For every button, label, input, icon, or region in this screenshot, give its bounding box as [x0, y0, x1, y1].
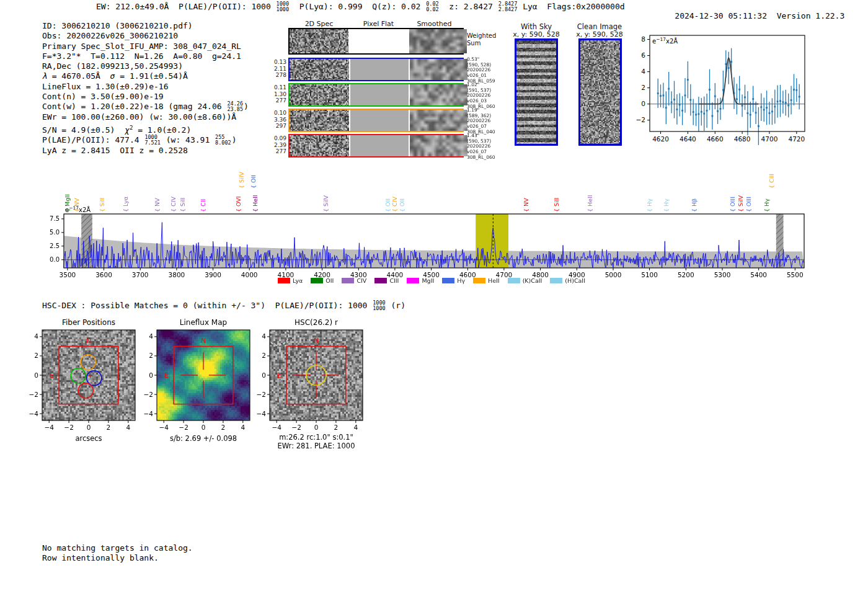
svg-text:0: 0: [641, 100, 645, 107]
svg-text:N: N: [86, 337, 91, 345]
weighted-sum-label: Weighted Sum: [467, 32, 496, 47]
svg-text:{ OII: { OII: [250, 175, 257, 189]
svg-text:{ HeII: { HeII: [252, 195, 259, 212]
row-smoothed-image: [410, 84, 468, 105]
detection-info-block: ID: 3006210210 (3006210210.pdf)Obs: 2020…: [42, 21, 249, 156]
legend-swatch: [407, 278, 419, 283]
svg-text:−2: −2: [636, 116, 645, 123]
row-right-meta: 1.02"(591, 537)20200226v026_03308_RL_060: [467, 82, 497, 110]
row-smoothed-image: [410, 110, 468, 131]
row-left-stats: 0.132.11278: [270, 59, 286, 79]
svg-text:0: 0: [202, 424, 206, 431]
svg-text:4: 4: [126, 424, 130, 431]
svg-text:4: 4: [241, 424, 245, 431]
legend-label: CIII: [389, 277, 399, 284]
legend-label: MgII: [422, 277, 434, 284]
svg-text:{ SiIV: { SiIV: [737, 195, 744, 212]
legend-item: Hγ: [442, 277, 465, 284]
row-pixelflat-image: [350, 135, 409, 156]
legend-label: Hγ: [457, 277, 465, 284]
svg-text:{ SiII: { SiII: [553, 198, 560, 212]
svg-text:E: E: [50, 371, 54, 380]
lineflux-map-xlabel: s/b: 2.69 +/- 0.098: [144, 434, 262, 443]
svg-text:−2: −2: [64, 424, 73, 431]
row-2dspec-image: [290, 59, 349, 80]
svg-text:0: 0: [262, 371, 266, 379]
hsc-cutout-caption2: EWr: 281. PLAE: 1000: [257, 442, 375, 450]
footer-line-1: No matching targets in catalog.: [42, 543, 193, 553]
svg-text:−2: −2: [179, 424, 188, 431]
col-header-pixelflat: Pixel Flat: [349, 20, 408, 28]
legend-item: CIII: [374, 277, 399, 284]
fiber-2d-row: [288, 83, 464, 107]
info-line: ID: 3006210210 (3006210210.pdf): [42, 21, 249, 31]
svg-text:8: 8: [641, 35, 645, 43]
hsc-dex-match-line: HSC-DEX : Possible Matches = 0 (within +…: [42, 301, 405, 311]
svg-text:−4: −4: [29, 410, 39, 417]
svg-text:2.5: 2.5: [50, 242, 60, 249]
legend-label: (K)CaII: [523, 277, 542, 284]
legend-label: Lyα: [293, 277, 303, 284]
col-header-smoothed: Smoothed: [405, 20, 464, 28]
svg-text:{ OVI: { OVI: [235, 196, 242, 212]
line-fit-inset-chart: 462046404660468047004720−202468e−17x2Å: [632, 30, 849, 148]
legend-item: HeII: [473, 277, 500, 284]
legend-swatch: [550, 278, 562, 283]
svg-text:5.0: 5.0: [50, 229, 60, 236]
legend-swatch: [442, 278, 454, 283]
svg-text:−4: −4: [159, 424, 169, 431]
info-line: RA,Dec (182.099213,50.254993): [42, 61, 249, 71]
svg-text:{ MgII: { MgII: [64, 194, 71, 212]
info-line: LineFlux = 1.30(±0.29)e-16: [42, 82, 249, 92]
svg-text:{ Hβ: { Hβ: [691, 198, 698, 212]
svg-text:{ CIV: { CIV: [391, 197, 398, 212]
svg-text:0.0: 0.0: [50, 256, 60, 263]
svg-text:{ OIII: { OIII: [745, 197, 752, 212]
svg-text:{ NV: { NV: [523, 198, 529, 212]
svg-text:4: 4: [353, 424, 358, 431]
lineflux-map-panel: Lineflux Map NE−4−4−2−2002244 s/b: 2.69 …: [140, 315, 270, 459]
svg-text:{ Hγ: { Hγ: [646, 198, 653, 212]
svg-text:2: 2: [149, 352, 153, 359]
fiber-positions-xlabel: arcsecs: [42, 434, 135, 443]
fiber-2d-row: [288, 109, 464, 132]
svg-text:{ NV: { NV: [154, 198, 161, 212]
full-spectrum-chart: 3500360037003800390040004100420043004400…: [37, 167, 843, 288]
report-version: Version 1.22.3: [777, 11, 845, 20]
info-line: P(LAE)/P(OII): 477.4 10007.521 (w: 43.91…: [42, 135, 249, 146]
svg-text:0: 0: [314, 424, 319, 431]
withsky-coords: x, y: 590, 528: [508, 30, 564, 38]
svg-text:2: 2: [641, 84, 645, 91]
weighted-pixelflat-image: [350, 29, 407, 53]
row-pixelflat-image: [350, 110, 409, 131]
svg-text:−4: −4: [144, 410, 154, 417]
withsky-image: [516, 40, 556, 144]
svg-text:4700: 4700: [761, 135, 778, 143]
legend-item: (K)CaII: [508, 277, 542, 284]
header-datetime-version: 2024-12-30 05:11:32 Version 1.22.3: [655, 2, 844, 30]
svg-text:{ Hγ: { Hγ: [763, 198, 770, 212]
row-right-meta: 1.43"(590, 537)20200226v026_07308_RL_060: [467, 133, 497, 161]
svg-text:{ NV: { NV: [73, 198, 80, 212]
col-header-2dspec: 2D Spec: [290, 20, 348, 28]
footer-line-2: Row intentionally blank.: [42, 553, 193, 563]
row-left-stats: 0.103.36297: [270, 110, 286, 130]
cleanimage-image: [580, 40, 620, 144]
svg-text:4620: 4620: [652, 135, 669, 143]
info-line: LyA z = 2.8415 OII z = 0.2528: [42, 146, 249, 156]
legend-swatch: [342, 278, 354, 283]
svg-text:−2: −2: [257, 391, 266, 398]
row-2dspec-image: [290, 135, 349, 156]
legend-label: (H)CaII: [565, 277, 585, 284]
cleanimage-title: Clean Image: [572, 22, 627, 31]
legend-swatch: [473, 278, 485, 283]
svg-text:{ CII: { CII: [200, 199, 206, 212]
spectrum-legend: LyαOIICIVCIIIMgIIHγHeII(K)CaII(H)CaII: [62, 277, 801, 284]
info-line: Primary Spec_Slot_IFU_AMP: 308_047_024_R…: [42, 42, 249, 51]
legend-swatch: [374, 278, 387, 283]
info-line: EWr = 100.00(±260.00) (w: 30.00(±8.60))Å: [42, 112, 249, 122]
row-pixelflat-image: [350, 59, 409, 80]
svg-text:{ SiII: { SiII: [179, 198, 186, 212]
row-right-meta: 0.53"(590, 528)20200226v026_01308_RL_059: [467, 57, 497, 84]
svg-text:−2: −2: [291, 424, 301, 431]
